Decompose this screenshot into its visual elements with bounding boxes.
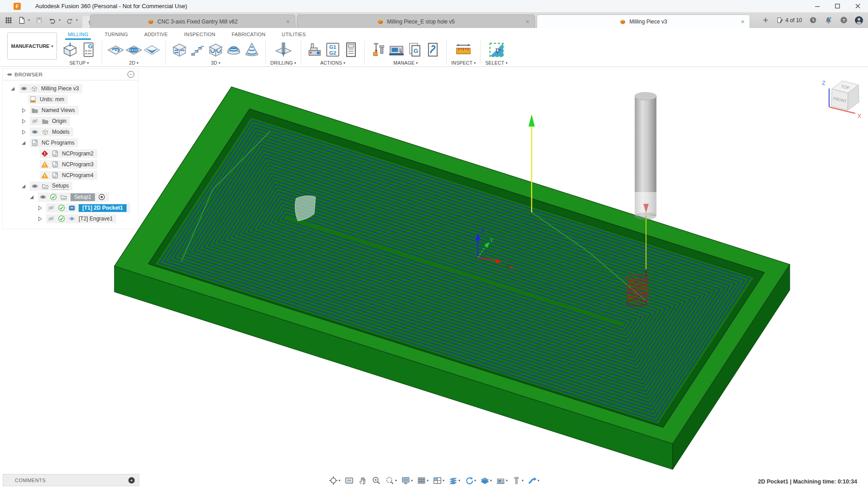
undo-button[interactable] (48, 16, 57, 25)
machine-library-button[interactable] (387, 41, 406, 59)
group-label-select[interactable]: SELECT▾ (485, 60, 507, 66)
visibility-eye-off-icon[interactable] (47, 215, 55, 222)
comments-bar[interactable]: COMMENTS + (3, 474, 139, 486)
close-tab-icon[interactable]: × (526, 19, 529, 25)
3d-steep-shallow-button[interactable] (189, 41, 207, 59)
2d-contour-button[interactable] (143, 41, 161, 59)
expander-open-icon[interactable] (10, 86, 16, 92)
redo-button[interactable] (65, 16, 74, 25)
tab-milling[interactable]: MILLING (67, 30, 89, 38)
minimize-button[interactable] (814, 3, 820, 9)
cutting-tool[interactable] (635, 93, 656, 220)
tool-library-button[interactable] (369, 41, 387, 59)
task-manager-button[interactable] (424, 41, 442, 59)
expander-closed-icon[interactable] (21, 108, 27, 113)
tree-row-ncprogram2[interactable]: NCProgram2 (3, 148, 138, 159)
expander-open-icon[interactable] (29, 194, 35, 200)
measure-button[interactable] (454, 41, 472, 59)
drill-button[interactable] (273, 41, 294, 59)
tree-row-setup1[interactable]: Setup1 (3, 192, 138, 202)
tab-fabrication[interactable]: FABRICATION (231, 30, 267, 38)
tab-utilities[interactable]: UTILITIES (281, 30, 307, 38)
group-label-manage[interactable]: MANAGE▾ (393, 60, 418, 66)
visibility-eye-off-icon[interactable] (47, 204, 55, 211)
group-label-inspect[interactable]: INSPECT▾ (451, 60, 476, 66)
new-nc-program-button[interactable] (79, 41, 97, 59)
tab-position-indicator[interactable]: 4 of 10 (776, 17, 802, 24)
user-avatar[interactable] (854, 16, 863, 25)
tab-inspection[interactable]: INSPECTION (183, 30, 216, 38)
maximize-button[interactable] (835, 3, 840, 9)
tool-display-button[interactable]: ▾ (510, 475, 525, 486)
grid-and-snaps-button[interactable]: ▾ (415, 475, 430, 486)
expander-closed-icon[interactable] (37, 205, 43, 211)
minimize-panel-icon[interactable]: − (127, 71, 134, 78)
visibility-eye-icon[interactable] (39, 193, 47, 201)
setup-sheet-button[interactable] (342, 41, 360, 59)
help-button[interactable] (839, 16, 848, 25)
3d-adaptive-button[interactable] (170, 41, 189, 59)
tree-row-engrave1[interactable]: [T2] Engrave1 (3, 213, 138, 224)
new-setup-button[interactable] (61, 41, 79, 59)
tree-row-ncprogram4[interactable]: NCProgram4 (3, 170, 138, 181)
3d-parallel-button[interactable] (207, 41, 225, 59)
document-tab-3-active[interactable]: Milling Piece v3 × (537, 14, 750, 28)
visibility-eye-icon[interactable] (31, 128, 38, 136)
simulate-button[interactable] (306, 41, 324, 59)
expander-open-icon[interactable] (21, 140, 27, 146)
display-settings-button[interactable]: ▾ (400, 475, 414, 486)
tab-turning[interactable]: TURNING (104, 30, 129, 38)
expander-closed-icon[interactable] (21, 129, 27, 135)
simulate-restart-button[interactable]: ▾ (463, 475, 477, 486)
close-tab-icon[interactable]: × (741, 19, 745, 25)
expander-closed-icon[interactable] (37, 216, 43, 222)
expander-closed-icon[interactable] (21, 118, 27, 124)
workspace-switcher-button[interactable]: MANUFACTURE ▾ (7, 33, 57, 60)
zoom-button[interactable] (370, 475, 382, 486)
tree-row-ncprogram3[interactable]: NCProgram3 (3, 159, 138, 170)
toolpath-layers-button[interactable]: ▾ (479, 475, 493, 486)
toolpath-passes-button[interactable]: ▾ (447, 475, 462, 486)
job-status-button[interactable] (808, 16, 817, 25)
3d-scallop-button[interactable] (225, 41, 243, 59)
document-tab-2[interactable]: Milling Piece_E stop hole v5 × (297, 14, 535, 28)
tree-row-setups[interactable]: Setups (3, 181, 138, 192)
tree-row-2d-pocket1-selected[interactable]: [T1] 2D Pocket1 (3, 202, 138, 213)
group-label-drilling[interactable]: DRILLING▾ (270, 60, 296, 66)
active-setup-radio-icon[interactable] (98, 193, 105, 201)
zoom-window-button[interactable]: ▾ (384, 475, 398, 486)
select-button[interactable] (487, 41, 505, 59)
add-comment-icon[interactable]: + (128, 477, 135, 483)
tree-row-units[interactable]: Units: mm (3, 94, 138, 105)
tree-row-models[interactable]: Models (3, 127, 138, 137)
stock-body[interactable] (114, 87, 790, 469)
tree-row-document[interactable]: Milling Piece v3 (3, 83, 138, 94)
post-library-button[interactable] (406, 41, 424, 59)
view-cube[interactable]: TOP FRONT Z X (822, 80, 861, 119)
2d-adaptive-button[interactable] (107, 41, 125, 59)
file-menu-button[interactable] (17, 16, 26, 25)
visibility-eye-icon[interactable] (20, 85, 28, 92)
3d-spiral-button[interactable] (243, 41, 261, 59)
group-label-actions[interactable]: ACTIONS▾ (321, 60, 345, 66)
toolpath-flow-button[interactable]: ▾ (526, 475, 541, 486)
tab-additive[interactable]: ADDITIVE (143, 30, 169, 38)
group-label-2d[interactable]: 2D▾ (129, 60, 138, 66)
notifications-button[interactable] (824, 16, 833, 25)
post-process-button[interactable]: G1 G2 (324, 41, 342, 59)
group-label-3d[interactable]: 3D▾ (211, 60, 220, 66)
save-button[interactable] (34, 16, 43, 25)
orbit-button[interactable]: ▾ (327, 475, 342, 486)
machine-display-button[interactable]: ▾ (495, 475, 509, 486)
2d-pocket-button[interactable] (125, 41, 143, 59)
collapse-panel-icon[interactable]: ◀◀ (7, 72, 10, 76)
viewports-button[interactable]: ▾ (431, 475, 446, 486)
tree-row-nc-programs[interactable]: NC Programs (3, 137, 138, 148)
group-label-setup[interactable]: SETUP▾ (69, 60, 89, 66)
pan-button[interactable] (357, 475, 369, 486)
new-tab-button[interactable] (761, 16, 770, 25)
tree-row-named-views[interactable]: Named Views (3, 105, 138, 116)
close-window-button[interactable] (855, 3, 861, 9)
visibility-eye-icon[interactable] (31, 183, 38, 190)
document-tab-1[interactable]: CNC 3-axis Fixed Gantry Mill v62 × (90, 14, 295, 28)
